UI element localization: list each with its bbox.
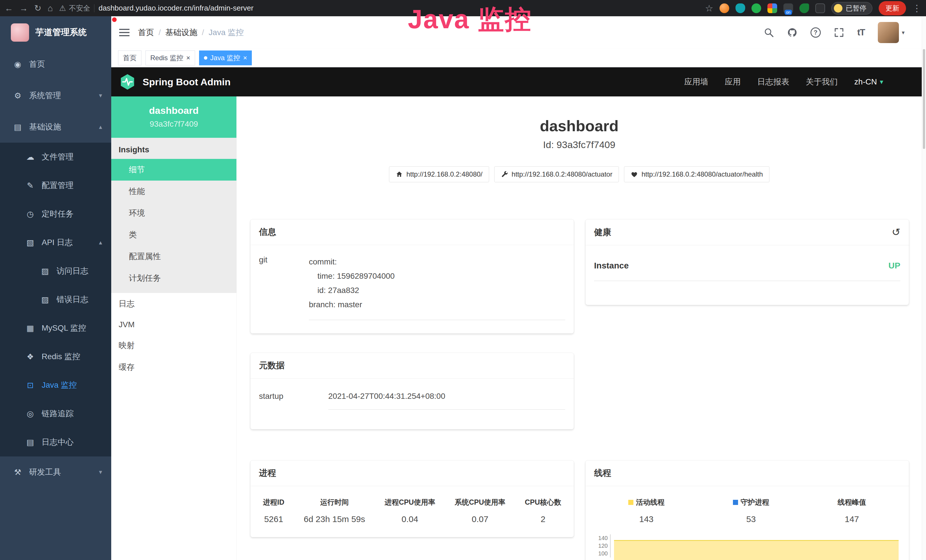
locale-selector[interactable]: zh-CN ▾ [855,77,883,86]
extensions-puzzle-icon[interactable] [816,3,825,13]
sidebar-item-file-mgmt[interactable]: ☁ 文件管理 [0,143,111,171]
sidebar-item-error-logs[interactable]: ▨ 错误日志 [0,285,111,314]
search-icon[interactable] [764,27,774,38]
fullscreen-icon[interactable] [834,27,844,38]
help-icon[interactable]: ? [811,27,821,38]
sidebar-item-system-mgmt[interactable]: ⚙ 系统管理 ▾ [0,80,111,111]
breadcrumb-separator: / [202,28,204,37]
browser-extension-icon[interactable] [752,3,761,13]
browser-extension-icon[interactable] [735,3,745,13]
sba-item-classes[interactable]: 类 [111,224,236,246]
bookmark-star-icon[interactable]: ☆ [705,3,713,14]
info-card: 信息 git commit: time: 1596289704000 id: 2… [250,219,574,333]
page-title: dashboard [237,117,922,135]
forward-icon[interactable]: → [20,4,28,12]
sidebar-item-config-mgmt[interactable]: ✎ 配置管理 [0,171,111,200]
stat-value: 0.07 [455,515,505,524]
user-menu[interactable]: ▾ [878,22,905,43]
metadata-card: 元数据 startup 2021-04-27T00:44:31.254+08:0… [250,353,574,429]
y-tick: 100 [594,550,611,557]
sba-item-jvm[interactable]: JVM [111,315,236,334]
sidebar-item-access-logs[interactable]: ▨ 访问日志 [0,257,111,285]
hamburger-button[interactable] [115,23,133,42]
sidebar-item-scheduled-jobs[interactable]: ◷ 定时任务 [0,200,111,228]
home-icon[interactable]: ⌂ [48,4,53,12]
sba-nav-applications[interactable]: 应用 [725,76,741,87]
sidebar-item-mysql-monitor[interactable]: ▦ MySQL 监控 [0,314,111,342]
health-card-body: Instance UP [586,245,909,281]
chevron-down-icon: ▾ [99,92,102,99]
address-bar[interactable]: ⚠ 不安全 dashboard.yudao.iocoder.cn/infra/a… [59,3,699,13]
sidebar-item-trace[interactable]: ◎ 链路追踪 [0,400,111,428]
sidebar-item-label: 配置管理 [42,180,74,191]
instance-header[interactable]: dashboard 93a3fc7f7409 [111,97,236,138]
sidebar-item-infrastructure[interactable]: ▤ 基础设施 ▴ [0,111,111,143]
browser-extension-icon[interactable] [767,3,777,13]
security-status[interactable]: ⚠ 不安全 [59,3,90,13]
browser-extension-icon[interactable] [720,3,729,13]
browser-extension-icon[interactable]: on [784,3,793,13]
sidebar-item-log-center[interactable]: ▤ 日志中心 [0,428,111,456]
sba-item-config-props[interactable]: 配置属性 [111,246,236,267]
sidebar-item-label: Java 监控 [42,380,77,390]
sba-item-logs[interactable]: 日志 [111,293,236,315]
sba-nav-journal[interactable]: 日志报表 [758,76,790,87]
actuator-url-link[interactable]: http://192.168.0.2:48080/actuator [494,166,619,182]
update-button[interactable]: 更新 [879,1,906,15]
sidebar-item-label: API 日志 [42,237,73,248]
github-icon[interactable] [787,27,797,38]
health-url-link[interactable]: http://192.168.0.2:48080/actuator/health [624,166,769,182]
breadcrumb-home[interactable]: 首页 [138,27,154,38]
stat-label: CPU核心数 [525,498,561,507]
sidebar-item-label: 基础设施 [29,121,61,132]
sba-logo-icon [119,73,136,91]
config-icon: ✎ [25,181,35,190]
history-icon[interactable]: ↺ [892,226,900,238]
active-threads-area [614,540,899,560]
sba-item-scheduled-tasks[interactable]: 计划任务 [111,267,236,289]
scrollbar-thumb[interactable] [923,49,925,149]
sba-item-metrics[interactable]: 性能 [111,180,236,202]
sidebar-menu: ◉ 首页 ⚙ 系统管理 ▾ ▤ 基础设施 ▴ ☁ 文件管理 ✎ 配置管理 [0,48,111,488]
log-center-icon: ▤ [25,437,35,447]
info-card-body: git commit: time: 1596289704000 id: 27aa… [250,245,574,332]
font-size-icon[interactable]: tT [857,27,865,38]
sba-nav-about[interactable]: 关于我们 [806,76,838,87]
health-row: Instance UP [594,261,900,281]
sidebar-item-java-monitor[interactable]: ⊡ Java 监控 [0,371,111,400]
daemon-threads-legend-swatch [733,500,738,505]
sidebar-item-dev-tools[interactable]: ⚒ 研发工具 ▾ [0,456,111,488]
sba-item-environment[interactable]: 环境 [111,202,236,224]
process-card-title: 进程 [259,467,276,479]
paused-badge[interactable]: 已暂停 [831,2,872,15]
process-card-body: 进程ID 5261 运行时间 6d 23h 15m 59s 进程CPU使用率 0… [250,486,574,537]
breadcrumb-infrastructure[interactable]: 基础设施 [165,27,197,38]
sidebar-item-api-logs[interactable]: ▧ API 日志 ▴ [0,228,111,257]
page-scrollbar[interactable] [922,16,926,560]
browser-menu-icon[interactable]: ⋮ [912,3,921,14]
threads-stats: 活动线程 143 守护进程 53 线程峰值 14 [594,498,900,524]
sba-item-caches[interactable]: 缓存 [111,356,236,378]
tags-view: 首页 Redis 监控 × Java 监控 × [111,48,922,67]
sidebar-item-home[interactable]: ◉ 首页 [0,48,111,80]
close-icon[interactable]: × [186,54,190,61]
tab-java-monitor[interactable]: Java 监控 × [199,50,252,65]
info-line: time: 1596289704000 [309,269,565,283]
sidebar-item-redis-monitor[interactable]: ❖ Redis 监控 [0,342,111,371]
reload-icon[interactable]: ↻ [34,4,41,12]
close-icon[interactable]: × [243,54,247,61]
avatar[interactable] [878,22,899,43]
back-icon[interactable]: ← [5,4,13,12]
y-axis-ticks: 140 120 100 [594,534,611,557]
sba-item-mappings[interactable]: 映射 [111,334,236,356]
service-url-link[interactable]: http://192.168.0.2:48080/ [389,166,489,182]
sba-item-details[interactable]: 细节 [111,159,236,180]
browser-extension-icon[interactable] [799,3,809,13]
tab-redis-monitor[interactable]: Redis 监控 × [145,50,195,65]
security-label: 不安全 [69,3,90,13]
sba-brand-title[interactable]: Spring Boot Admin [142,76,230,88]
chevron-down-icon: ▾ [902,29,905,36]
tab-home[interactable]: 首页 [118,50,141,65]
url-text[interactable]: dashboard.yudao.iocoder.cn/infra/admin-s… [98,4,253,12]
sba-nav-wallboard[interactable]: 应用墙 [684,76,708,87]
